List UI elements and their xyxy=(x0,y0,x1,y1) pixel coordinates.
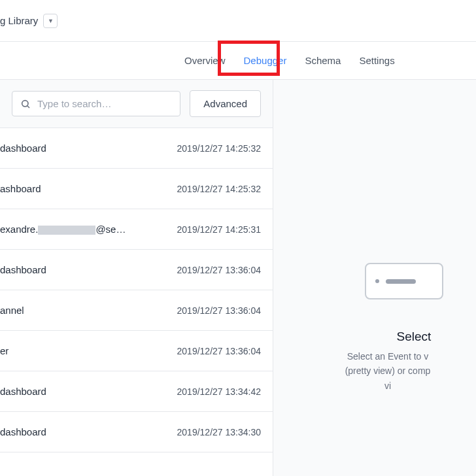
list-item[interactable]: dashboard 2019/12/27 14:25:32 xyxy=(0,128,273,169)
tab-overview[interactable]: Overview xyxy=(175,42,235,79)
event-name: dashboard xyxy=(0,386,46,397)
tabs: Overview Debugger Schema Settings xyxy=(0,42,476,80)
tab-settings[interactable]: Settings xyxy=(350,42,403,79)
empty-title: Select xyxy=(397,330,432,344)
illustration-dot xyxy=(375,279,379,283)
event-name: annel xyxy=(0,305,24,316)
illustration-bar xyxy=(386,279,416,284)
list-item[interactable]: annel 2019/12/27 13:36:04 xyxy=(0,290,273,331)
library-label: g Library xyxy=(0,15,38,26)
chevron-down-icon: ▼ xyxy=(48,18,54,24)
event-time: 2019/12/27 13:34:30 xyxy=(177,427,261,437)
event-time: 2019/12/27 13:36:04 xyxy=(177,346,261,356)
right-panel: Select Select an Event to v (pretty view… xyxy=(273,80,476,476)
event-time: 2019/12/27 14:25:32 xyxy=(177,143,261,154)
event-time: 2019/12/27 14:25:31 xyxy=(177,224,261,235)
library-dropdown[interactable]: ▼ xyxy=(43,14,58,28)
list-item[interactable]: dashboard 2019/12/27 13:34:30 xyxy=(0,412,273,452)
main: Advanced dashboard 2019/12/27 14:25:32 a… xyxy=(0,80,476,476)
empty-line2: (pretty view) or comp xyxy=(345,366,431,376)
event-name: dashboard xyxy=(0,426,46,437)
empty-desc: Select an Event to v (pretty view) or co… xyxy=(339,349,437,393)
empty-line3: vi xyxy=(384,381,391,391)
tab-debugger[interactable]: Debugger xyxy=(235,42,296,79)
svg-line-1 xyxy=(27,106,29,108)
advanced-button[interactable]: Advanced xyxy=(190,90,261,117)
event-name: exandre.@se… xyxy=(0,224,126,235)
event-list: dashboard 2019/12/27 14:25:32 ashboard 2… xyxy=(0,128,273,476)
left-panel: Advanced dashboard 2019/12/27 14:25:32 a… xyxy=(0,80,273,476)
empty-illustration xyxy=(365,263,443,299)
search-input[interactable] xyxy=(37,98,172,109)
list-item[interactable]: ashboard 2019/12/27 14:25:32 xyxy=(0,169,273,209)
event-time: 2019/12/27 13:36:04 xyxy=(177,305,261,316)
list-item[interactable]: exandre.@se… 2019/12/27 14:25:31 xyxy=(0,209,273,250)
empty-line1: Select an Event to v xyxy=(347,351,429,362)
event-name: dashboard xyxy=(0,143,46,154)
event-time: 2019/12/27 13:34:42 xyxy=(177,386,261,397)
top-bar: g Library ▼ xyxy=(0,0,476,42)
list-item[interactable]: er 2019/12/27 13:36:04 xyxy=(0,331,273,371)
list-item[interactable]: dashboard 2019/12/27 13:36:04 xyxy=(0,250,273,290)
list-item[interactable]: dashboard 2019/12/27 13:34:42 xyxy=(0,371,273,412)
event-name: dashboard xyxy=(0,264,46,275)
svg-point-0 xyxy=(22,100,28,106)
search-row: Advanced xyxy=(0,80,273,128)
event-time: 2019/12/27 13:36:04 xyxy=(177,265,261,275)
event-name: ashboard xyxy=(0,183,41,194)
search-box[interactable] xyxy=(12,91,180,116)
search-icon xyxy=(20,99,31,109)
event-name: er xyxy=(0,345,8,356)
event-name-suffix: @se… xyxy=(95,224,126,235)
event-name-prefix: exandre. xyxy=(0,224,38,235)
redacted-block xyxy=(38,226,95,235)
event-time: 2019/12/27 14:25:32 xyxy=(177,184,261,194)
tab-schema[interactable]: Schema xyxy=(296,42,350,79)
